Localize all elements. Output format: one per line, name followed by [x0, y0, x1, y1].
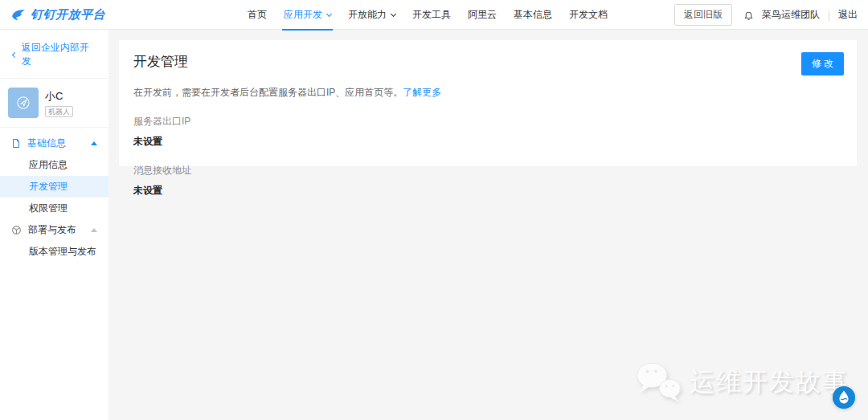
back-to-internal-dev-link[interactable]: 返回企业内部开发	[0, 30, 108, 79]
app-info-block: 小C 机器人	[0, 79, 108, 128]
sidebar-item-permission-management[interactable]: 权限管理	[0, 198, 108, 219]
menu-item-label: 开发管理	[29, 180, 68, 194]
card-description: 在开发前，需要在开发者后台配置服务器出口IP、应用首页等。了解更多	[133, 86, 844, 100]
menu-item-label: 权限管理	[29, 202, 68, 215]
sidebar-section-deploy-release[interactable]: 部署与发布	[0, 219, 108, 241]
app-meta: 小C 机器人	[45, 88, 73, 117]
nav-label: 基本信息	[514, 8, 552, 22]
menu-item-label: 版本管理与发布	[29, 245, 96, 259]
watermark-text: 运维开发故事	[690, 365, 849, 399]
nav-label: 开发工具	[412, 8, 451, 22]
nav-item-basic-info[interactable]: 基本信息	[514, 0, 552, 30]
sidebar-section-basic-info[interactable]: 基础信息	[0, 133, 108, 154]
return-old-version-button[interactable]: 返回旧版	[674, 4, 732, 26]
section-label: 基础信息	[27, 137, 91, 150]
nav-label: 首页	[248, 8, 267, 22]
nav-item-app-development[interactable]: 应用开发	[284, 0, 331, 30]
document-icon	[11, 138, 21, 149]
robot-avatar-icon	[15, 95, 31, 111]
menu-item-label: 应用信息	[29, 158, 68, 172]
page-title: 开发管理	[133, 52, 188, 71]
triangle-up-icon	[91, 228, 97, 232]
dev-management-card: 开发管理 修改 在开发前，需要在开发者后台配置服务器出口IP、应用首页等。了解更…	[119, 40, 857, 166]
nav-item-home[interactable]: 首页	[248, 0, 267, 30]
modify-button[interactable]: 修改	[801, 52, 844, 75]
chevron-left-icon	[12, 52, 18, 58]
nav-item-dev-tools[interactable]: 开发工具	[412, 0, 451, 30]
header-divider: |	[828, 10, 830, 21]
sidebar-item-app-info[interactable]: 应用信息	[0, 154, 108, 176]
field-value-message-url: 未设置	[133, 184, 844, 198]
logout-link[interactable]: 退出	[838, 8, 858, 22]
nav-item-open-capabilities[interactable]: 开放能力	[348, 0, 395, 30]
nav-label: 阿里云	[468, 8, 497, 22]
dingtalk-wing-icon	[10, 7, 27, 23]
watermark: 运维开发故事	[635, 361, 849, 404]
chevron-down-icon	[326, 10, 332, 16]
description-text: 在开发前，需要在开发者后台配置服务器出口IP、应用首页等。	[133, 87, 403, 98]
header-right-controls: 返回旧版 菜鸟运维团队 | 退出	[674, 0, 858, 30]
nav-item-dev-docs[interactable]: 开发文档	[569, 0, 608, 30]
nav-label: 应用开发	[284, 8, 322, 22]
field-value-server-ip: 未设置	[133, 135, 844, 149]
bell-icon[interactable]	[743, 10, 754, 21]
nav-label: 开发文档	[569, 8, 608, 22]
section-label: 部署与发布	[28, 223, 91, 237]
logo-text: 钉钉开放平台	[31, 7, 105, 22]
learn-more-link[interactable]: 了解更多	[403, 87, 441, 98]
chevron-down-icon	[391, 10, 396, 16]
card-title-row: 开发管理 修改	[133, 52, 844, 75]
app-avatar	[8, 88, 39, 118]
user-name[interactable]: 菜鸟运维团队	[762, 8, 820, 22]
float-help-button[interactable]	[833, 386, 855, 409]
sidebar-menu: 基础信息 应用信息 开发管理 权限管理 部署与发布 版本管理与发布	[0, 128, 108, 263]
sidebar-item-dev-management[interactable]: 开发管理	[0, 176, 108, 198]
logo[interactable]: 钉钉开放平台	[10, 0, 105, 30]
field-label-server-ip: 服务器出口IP	[133, 115, 844, 128]
nav-item-aliyun[interactable]: 阿里云	[468, 0, 497, 30]
deploy-icon	[11, 225, 22, 235]
sidebar: 返回企业内部开发 小C 机器人 基础信息 应用信息 开发管理 权限管理	[0, 30, 108, 420]
field-label-message-url: 消息接收地址	[133, 164, 844, 177]
back-link-label: 返回企业内部开发	[22, 41, 96, 68]
field-group: 服务器出口IP 未设置	[133, 115, 844, 149]
wechat-icon	[635, 361, 682, 404]
top-header: 钉钉开放平台 首页 应用开发 开放能力 开发工具 阿里云 基本信息 开发文档 返…	[0, 0, 868, 30]
sidebar-item-version-release[interactable]: 版本管理与发布	[0, 241, 108, 263]
triangle-up-icon	[91, 141, 97, 145]
nav-label: 开放能力	[348, 8, 387, 22]
top-nav: 首页 应用开发 开放能力 开发工具 阿里云 基本信息 开发文档	[248, 0, 608, 30]
app-type-badge: 机器人	[45, 106, 73, 117]
app-name: 小C	[45, 89, 73, 104]
field-group: 消息接收地址 未设置	[133, 164, 844, 198]
